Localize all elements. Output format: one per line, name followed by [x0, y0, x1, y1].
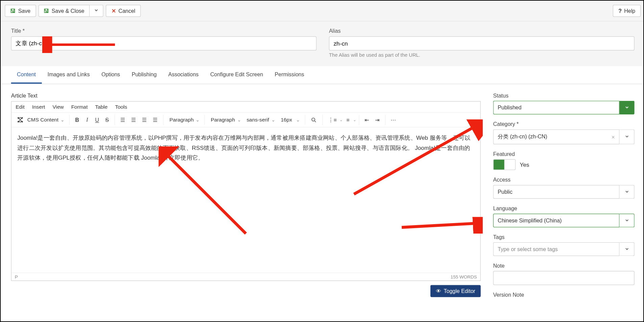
- cancel-button[interactable]: ✕Cancel: [106, 5, 141, 17]
- svg-point-4: [312, 118, 315, 121]
- action-toolbar: 🖫Save 🖫Save & Close ✕Cancel ?Help: [1, 1, 644, 22]
- featured-label: Featured: [493, 151, 635, 157]
- block-format-select[interactable]: Paragraph: [166, 115, 202, 125]
- chevron-down-icon: [624, 134, 629, 140]
- tab-content[interactable]: Content: [11, 66, 42, 84]
- align-justify-button[interactable]: ☰: [150, 115, 161, 125]
- save-icon: 🖫: [44, 8, 49, 14]
- style-select[interactable]: Paragraph: [207, 115, 243, 125]
- note-label: Note: [493, 263, 635, 269]
- numbered-list-button[interactable]: ≡: [343, 115, 353, 125]
- featured-text: Yes: [520, 161, 529, 168]
- strikethrough-button[interactable]: S: [102, 115, 112, 125]
- word-count: 155 WORDS: [450, 274, 477, 279]
- search-icon[interactable]: [308, 115, 320, 125]
- category-select[interactable]: 分类 (zh-cn) (zh-CN)×: [493, 129, 620, 144]
- underline-button[interactable]: U: [92, 115, 102, 125]
- save-close-button[interactable]: 🖫Save & Close: [38, 5, 90, 17]
- note-input[interactable]: [493, 271, 635, 285]
- help-button[interactable]: ?Help: [613, 5, 641, 17]
- joomla-icon: [17, 116, 24, 124]
- align-center-button[interactable]: ☰: [128, 115, 139, 125]
- align-left-button[interactable]: ☰: [118, 115, 128, 125]
- chevron-down-icon: [624, 246, 629, 252]
- font-size-select[interactable]: 16px: [277, 115, 302, 125]
- tab-configure-edit[interactable]: Configure Edit Screen: [204, 66, 269, 84]
- font-family-select[interactable]: sans-serif: [243, 115, 277, 125]
- tags-label: Tags: [493, 234, 635, 240]
- featured-toggle[interactable]: [493, 159, 516, 170]
- title-input[interactable]: [11, 36, 317, 51]
- tab-options[interactable]: Options: [96, 66, 126, 84]
- menu-view[interactable]: View: [53, 104, 64, 110]
- cms-content-dropdown[interactable]: CMS Content: [24, 115, 67, 125]
- indent-button[interactable]: ⇥: [372, 115, 382, 125]
- rich-text-editor: Edit Insert View Format Table Tools CMS …: [11, 101, 481, 281]
- editor-menubar: Edit Insert View Format Table Tools: [11, 102, 480, 113]
- title-label: Title *: [11, 28, 317, 34]
- clear-category-icon[interactable]: ×: [612, 134, 615, 140]
- status-label: Status: [493, 92, 635, 99]
- tab-publishing[interactable]: Publishing: [126, 66, 163, 84]
- tab-images-links[interactable]: Images and Links: [42, 66, 96, 84]
- chevron-down-icon: [94, 8, 99, 14]
- more-button[interactable]: ⋯: [388, 115, 399, 125]
- access-label: Access: [493, 177, 635, 183]
- chevron-down-icon: [624, 104, 629, 111]
- help-label: Help: [624, 8, 635, 14]
- menu-edit[interactable]: Edit: [16, 104, 25, 110]
- toggle-editor-label: Toggle Editor: [444, 288, 475, 294]
- article-text-label: Article Text: [11, 92, 481, 99]
- menu-insert[interactable]: Insert: [32, 104, 45, 110]
- help-icon: ?: [618, 8, 622, 14]
- chevron-down-icon: [624, 189, 629, 195]
- tab-permissions[interactable]: Permissions: [269, 66, 310, 84]
- category-label: Category *: [493, 121, 635, 127]
- language-select-arrow[interactable]: [619, 214, 634, 227]
- save-button[interactable]: 🖫Save: [5, 5, 36, 17]
- access-select-arrow[interactable]: [619, 185, 634, 199]
- language-select[interactable]: Chinese Simplified (China): [493, 214, 620, 227]
- category-select-arrow[interactable]: [619, 129, 634, 144]
- menu-tools[interactable]: Tools: [115, 104, 127, 110]
- save-close-label: Save & Close: [52, 8, 84, 14]
- status-select[interactable]: Published: [493, 101, 620, 114]
- align-right-button[interactable]: ☰: [139, 115, 150, 125]
- menu-table[interactable]: Table: [95, 104, 108, 110]
- toggle-editor-button[interactable]: 👁 Toggle Editor: [430, 285, 481, 297]
- alias-label: Alias: [329, 28, 635, 34]
- editor-path: P: [15, 274, 18, 279]
- tab-associations[interactable]: Associations: [163, 66, 204, 84]
- save-label: Save: [18, 8, 30, 14]
- svg-point-1: [21, 117, 23, 119]
- alias-helper: The Alias will be used as part of the UR…: [329, 52, 635, 58]
- eye-icon: 👁: [436, 288, 441, 294]
- title-alias-row: Title * Alias The Alias will be used as …: [1, 22, 644, 66]
- italic-button[interactable]: I: [82, 114, 92, 125]
- language-label: Language: [493, 205, 635, 211]
- tags-select-arrow[interactable]: [619, 242, 634, 256]
- chevron-down-icon: [624, 217, 629, 224]
- editor-content-area[interactable]: Joomla!是一套自由、开放原始码的内容管理系统，以PHP撰写，用于发布内容在…: [11, 127, 480, 273]
- outdent-button[interactable]: ⇤: [362, 115, 372, 125]
- tab-bar: Content Images and Links Options Publish…: [1, 66, 644, 84]
- alias-input[interactable]: [329, 36, 635, 51]
- cancel-label: Cancel: [119, 8, 135, 14]
- save-icon: 🖫: [10, 8, 16, 14]
- access-select[interactable]: Public: [493, 185, 620, 199]
- bullet-list-button[interactable]: ⋮≡: [325, 115, 340, 125]
- status-select-arrow[interactable]: [619, 101, 634, 114]
- editor-toolbar: CMS Content B I U S ☰ ☰ ☰ ☰ Paragraph: [11, 113, 480, 127]
- svg-point-0: [18, 117, 19, 119]
- tags-select[interactable]: Type or select some tags: [493, 242, 620, 256]
- bold-button[interactable]: B: [72, 115, 82, 125]
- menu-format[interactable]: Format: [71, 104, 88, 110]
- save-dropdown-button[interactable]: [90, 5, 104, 17]
- close-icon: ✕: [112, 8, 116, 14]
- version-note-label: Version Note: [493, 292, 635, 298]
